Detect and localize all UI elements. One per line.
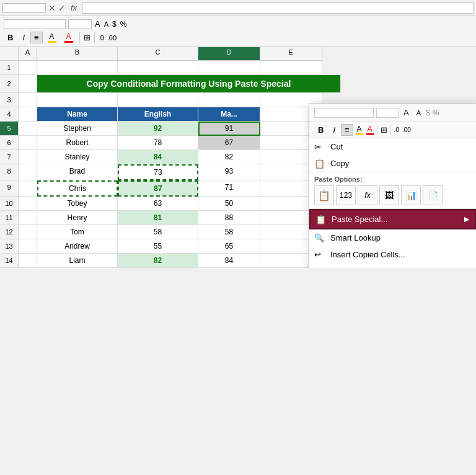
- ctx-italic-btn[interactable]: I: [329, 124, 339, 136]
- cell-e1[interactable]: [260, 61, 322, 75]
- row-num-14[interactable]: 14: [0, 254, 19, 268]
- row-num-12[interactable]: 12: [0, 225, 19, 239]
- col-header-b[interactable]: B: [37, 47, 118, 61]
- font-color-btn[interactable]: A: [61, 31, 76, 44]
- row-num-7[interactable]: 7: [0, 150, 19, 164]
- row-num-10[interactable]: 10: [0, 197, 19, 211]
- cell-c7[interactable]: 84: [118, 150, 198, 164]
- row-num-6[interactable]: 6: [0, 136, 19, 150]
- cell-b5[interactable]: Stephen: [37, 122, 118, 136]
- cell-d1[interactable]: [198, 61, 260, 75]
- cell-b6[interactable]: Robert: [37, 136, 118, 150]
- cell-a12[interactable]: [19, 225, 37, 239]
- cell-a3[interactable]: [19, 93, 37, 107]
- cell-d10[interactable]: 50: [198, 197, 260, 211]
- paste-icon-3[interactable]: fx: [358, 185, 377, 205]
- cell-a11[interactable]: [19, 211, 37, 225]
- copy-menu-item[interactable]: 📋 Copy: [309, 155, 476, 172]
- cell-b7[interactable]: Stanley: [37, 150, 118, 164]
- cell-a6[interactable]: [19, 136, 37, 150]
- cell-d11[interactable]: 88: [198, 211, 260, 225]
- cell-c6[interactable]: 78: [118, 136, 198, 150]
- row-num-2[interactable]: 2: [0, 75, 19, 93]
- col-header-a[interactable]: A: [19, 47, 37, 61]
- formula-value-input[interactable]: 91: [82, 2, 474, 14]
- cell-b1[interactable]: [37, 61, 118, 75]
- cell-b8[interactable]: Brad: [37, 164, 118, 180]
- cell-b12[interactable]: Tom: [37, 225, 118, 239]
- cell-d3[interactable]: [198, 93, 260, 107]
- cell-c13[interactable]: 55: [118, 239, 198, 254]
- cell-ref-input[interactable]: D5: [2, 3, 46, 13]
- row-num-5[interactable]: 5: [0, 122, 19, 136]
- ctx-font-inc-btn[interactable]: A: [401, 107, 412, 118]
- formula-cancel-icon[interactable]: ✕: [48, 3, 56, 13]
- paste-icon-1[interactable]: 📋: [314, 185, 334, 205]
- ctx-align-btn[interactable]: ≡: [341, 124, 353, 136]
- ctx-fill-btn[interactable]: A: [355, 124, 364, 136]
- cell-c3[interactable]: [118, 93, 198, 107]
- ctx-font-size[interactable]: 12: [376, 108, 399, 118]
- ctx-font-name[interactable]: Times New Roman: [314, 108, 374, 118]
- ctx-border-btn[interactable]: ⊞: [380, 125, 388, 135]
- cell-d9[interactable]: 71: [198, 180, 260, 197]
- col-header-d[interactable]: D: [198, 47, 260, 61]
- cell-b10[interactable]: Tobey: [37, 197, 118, 211]
- cell-title[interactable]: Copy Conditional Formatting Using Paste …: [37, 75, 341, 93]
- fill-color-btn[interactable]: A: [45, 31, 60, 44]
- cell-b11[interactable]: Henry: [37, 211, 118, 225]
- row-num-11[interactable]: 11: [0, 211, 19, 225]
- cell-c8[interactable]: 73: [118, 164, 198, 180]
- cell-b13[interactable]: Andrew: [37, 239, 118, 254]
- formula-confirm-icon[interactable]: ✓: [58, 3, 66, 13]
- cell-c11[interactable]: 81: [118, 211, 198, 225]
- cell-a13[interactable]: [19, 239, 37, 254]
- cell-d8[interactable]: 93: [198, 164, 260, 180]
- percent-btn[interactable]: %: [120, 19, 128, 29]
- cell-c4-header[interactable]: English: [118, 107, 198, 122]
- cell-c5[interactable]: 92: [118, 122, 198, 136]
- row-num-9[interactable]: 9: [0, 180, 19, 197]
- bold-btn[interactable]: B: [4, 32, 17, 43]
- cut-menu-item[interactable]: ✂ Cut: [309, 138, 476, 155]
- cell-a4[interactable]: [19, 107, 37, 122]
- row-num-3[interactable]: 3: [0, 93, 19, 107]
- col-header-e[interactable]: E: [260, 47, 322, 61]
- paste-special-menu-item[interactable]: 📋 Paste Special... ▶: [309, 209, 476, 229]
- ctx-bold-btn[interactable]: B: [314, 124, 327, 136]
- smart-lookup-item[interactable]: 🔍 Smart Lookup: [309, 229, 476, 246]
- cell-d4-header[interactable]: Ma...: [198, 107, 260, 122]
- row-num-1[interactable]: 1: [0, 61, 19, 75]
- dollar-btn[interactable]: $: [112, 19, 117, 29]
- font-name-input[interactable]: Times Ne...: [4, 19, 66, 29]
- col-header-c[interactable]: C: [118, 47, 198, 61]
- paste-icon-5[interactable]: 📊: [401, 185, 421, 205]
- font-size-input[interactable]: 12: [68, 19, 92, 29]
- ctx-font-dec-btn[interactable]: A: [414, 108, 423, 118]
- cell-d14[interactable]: 84: [198, 254, 260, 268]
- cell-a1[interactable]: [19, 61, 37, 75]
- cell-c9[interactable]: 87: [118, 180, 198, 197]
- cell-d6[interactable]: 67: [198, 136, 260, 150]
- insert-copied-item[interactable]: ↩ Insert Copied Cells...: [309, 246, 476, 263]
- cell-a2[interactable]: [19, 75, 37, 93]
- cell-a10[interactable]: [19, 197, 37, 211]
- cell-b14[interactable]: Liam: [37, 254, 118, 268]
- align-btn[interactable]: ≡: [30, 32, 43, 43]
- ctx-dec-inc-btn[interactable]: .0: [394, 126, 400, 134]
- decimal-dec-btn[interactable]: .00: [107, 33, 117, 42]
- cell-b9[interactable]: Chris: [37, 180, 118, 197]
- cell-c14[interactable]: 82: [118, 254, 198, 268]
- cell-b4-header[interactable]: Name: [37, 107, 118, 122]
- cell-a5[interactable]: [19, 122, 37, 136]
- cell-d5[interactable]: 91: [198, 122, 260, 136]
- row-num-8[interactable]: 8: [0, 164, 19, 180]
- cell-a14[interactable]: [19, 254, 37, 268]
- cell-c10[interactable]: 63: [118, 197, 198, 211]
- font-decrease-btn[interactable]: A: [104, 20, 109, 29]
- paste-icon-4[interactable]: 🖼: [379, 185, 399, 205]
- cell-b3[interactable]: [37, 93, 118, 107]
- cell-c1[interactable]: [118, 61, 198, 75]
- font-increase-btn[interactable]: A: [94, 19, 101, 29]
- delete-item[interactable]: Delete...: [309, 263, 476, 268]
